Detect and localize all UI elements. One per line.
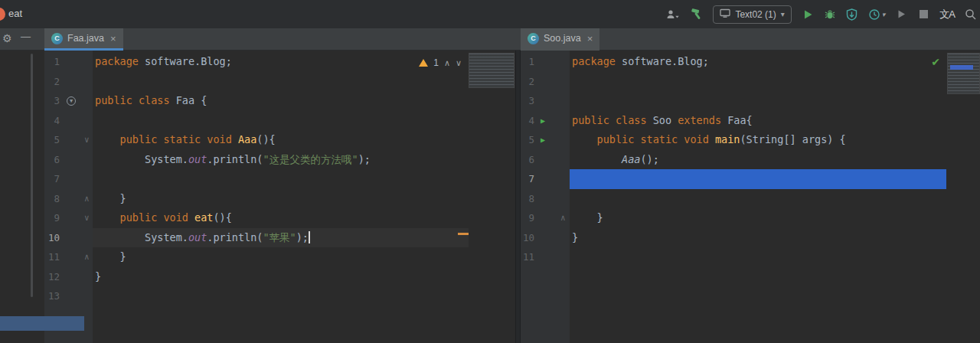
translate-icon[interactable]: 文A (939, 8, 955, 21)
gear-icon[interactable]: ⚙ (2, 32, 12, 44)
inspection-widget[interactable]: 1 ∧ ∨ (419, 57, 462, 68)
run-gutter-icon[interactable]: ▶ (541, 130, 545, 150)
modified-line-marker (458, 233, 469, 235)
close-icon[interactable]: × (110, 33, 116, 44)
run-attach-button[interactable] (895, 8, 907, 21)
line-number[interactable]: 4 (46, 111, 60, 131)
line-number[interactable]: 10 (522, 228, 534, 248)
run-config-selector[interactable]: Text02 (1) ▾ (713, 5, 791, 24)
code-line[interactable]: } (93, 267, 515, 287)
debug-button[interactable] (824, 8, 836, 21)
gutter-row: 6 (521, 150, 570, 170)
code-line[interactable]: public static void main(String[] args) { (570, 130, 980, 150)
close-icon[interactable]: × (587, 33, 593, 44)
code-line[interactable]: } (570, 228, 980, 248)
code-preview-thumbnail[interactable] (947, 53, 980, 94)
subclassed-gutter-icon[interactable]: ▼ (67, 96, 76, 106)
code-preview-thumbnail[interactable] (469, 53, 514, 88)
code-line[interactable] (570, 72, 980, 92)
line-number[interactable]: 4 (522, 111, 534, 131)
stop-square-icon (920, 10, 928, 18)
code-line[interactable] (570, 169, 980, 189)
right-editor-code[interactable]: package software.Blog;public class Soo e… (570, 51, 980, 343)
line-number[interactable]: 2 (46, 72, 60, 92)
code-line[interactable]: System.out.println("这是父类的方法哦"); (93, 150, 515, 170)
hide-panel-icon[interactable]: — (21, 31, 31, 42)
gutter-row: 10 (521, 228, 570, 248)
line-number[interactable]: 6 (46, 150, 60, 170)
search-icon[interactable] (965, 8, 977, 21)
line-number[interactable]: 1 (46, 52, 60, 72)
code-line[interactable] (93, 169, 515, 189)
code-token: eat (194, 211, 213, 224)
class-icon: C (51, 33, 63, 44)
code-token: } (95, 192, 126, 204)
line-number[interactable]: 5 (522, 130, 534, 150)
gutter-row: 4▶ (521, 111, 570, 131)
left-editor-code[interactable]: package software.Blog;public class Faa {… (93, 51, 515, 343)
code-line[interactable] (570, 91, 980, 111)
code-token: ); (358, 153, 371, 165)
line-number[interactable]: 9 (46, 208, 60, 228)
code-token: .println( (207, 153, 263, 165)
users-icon[interactable] (666, 8, 680, 21)
bottom-left-panel (0, 316, 84, 331)
fold-open-icon[interactable]: ∨ (84, 130, 90, 150)
line-number[interactable]: 8 (46, 189, 60, 209)
tab-faa-java[interactable]: C Faa.java × (44, 28, 123, 51)
line-number[interactable]: 5 (46, 130, 60, 150)
tab-soo-java[interactable]: C Soo.java × (521, 28, 599, 51)
code-line[interactable] (93, 111, 515, 131)
fold-close-icon[interactable]: ∧ (84, 189, 90, 209)
code-line[interactable]: } (93, 189, 515, 209)
line-number[interactable]: 2 (522, 72, 534, 92)
code-token: Faa { (170, 94, 207, 106)
code-line[interactable] (570, 189, 980, 209)
run-button[interactable] (802, 8, 814, 21)
fold-close-icon[interactable]: ∧ (84, 247, 90, 267)
code-line[interactable]: Aaa(); (570, 150, 980, 170)
code-token: Faa{ (721, 114, 753, 126)
line-number[interactable]: 13 (46, 286, 60, 306)
code-line[interactable]: package software.Blog; (570, 52, 980, 72)
code-token: "这是父类的方法哦" (263, 153, 358, 165)
run-gutter-icon[interactable]: ▶ (541, 111, 545, 131)
code-line[interactable]: } (570, 208, 980, 228)
profiler-button[interactable]: ▾ (868, 8, 886, 21)
code-token: main (715, 133, 740, 145)
build-hammer-icon[interactable] (690, 8, 703, 21)
line-number[interactable]: 6 (522, 150, 534, 170)
prev-problem-icon[interactable]: ∧ (444, 59, 450, 67)
code-token: out (188, 153, 207, 165)
line-number[interactable]: 12 (46, 267, 60, 287)
code-line[interactable]: public void eat(){ (93, 208, 515, 228)
line-number[interactable]: 7 (46, 169, 60, 189)
gutter-row: 3▼ (44, 91, 93, 111)
stop-button[interactable] (917, 8, 929, 21)
line-number[interactable]: 9 (522, 208, 534, 228)
gutter-row: 9∧ (521, 208, 570, 228)
line-number[interactable]: 3 (46, 91, 60, 111)
line-number[interactable]: 11 (46, 247, 60, 267)
line-number[interactable]: 3 (522, 91, 534, 111)
code-line[interactable]: } (93, 247, 515, 267)
no-problems-check-icon[interactable]: ✔ (931, 56, 940, 68)
line-number[interactable]: 7 (522, 169, 534, 189)
code-line[interactable]: public class Faa { (93, 91, 515, 111)
line-number[interactable]: 11 (522, 247, 534, 267)
code-line[interactable] (93, 286, 515, 306)
editor-splitter[interactable] (515, 51, 521, 343)
coverage-button[interactable] (846, 8, 858, 21)
code-line[interactable]: public class Soo extends Faa{ (570, 111, 980, 131)
line-number[interactable]: 10 (46, 228, 60, 248)
next-problem-icon[interactable]: ∨ (456, 59, 462, 67)
fold-close-icon[interactable]: ∧ (560, 208, 566, 228)
line-number[interactable]: 1 (522, 52, 534, 72)
code-line[interactable] (570, 247, 980, 267)
line-number[interactable]: 8 (522, 189, 534, 209)
fold-open-icon[interactable]: ∨ (84, 208, 90, 228)
code-line[interactable]: public static void Aaa(){ (93, 130, 515, 150)
rail-scrollbar[interactable] (31, 54, 33, 297)
code-line[interactable] (93, 72, 515, 92)
code-line[interactable]: System.out.println("苹果"); (93, 228, 515, 248)
